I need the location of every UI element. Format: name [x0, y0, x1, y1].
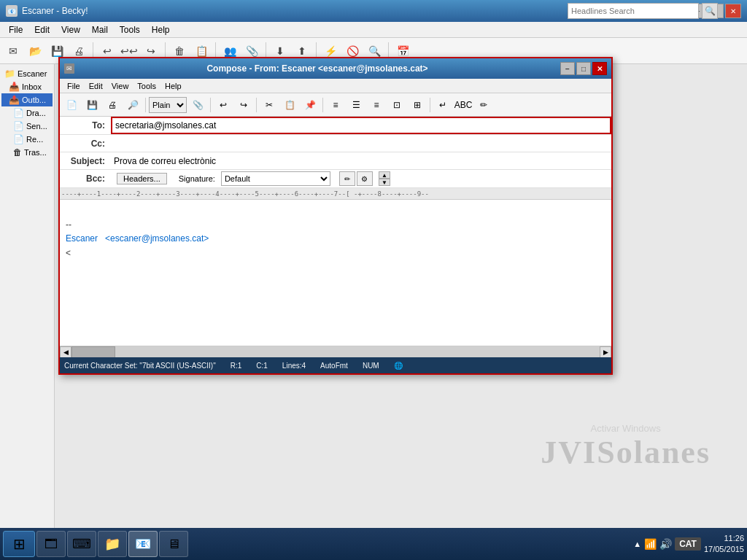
scroll-up-btn[interactable]: ▲	[379, 171, 390, 179]
to-label: To:	[60, 120, 111, 131]
search-input[interactable]	[568, 3, 699, 19]
sig-name-text: Escaner	[66, 233, 98, 244]
menu-edit[interactable]: Edit	[28, 23, 55, 36]
compose-insert-btn[interactable]: ↵	[433, 96, 452, 114]
compose-menu-view[interactable]: View	[107, 81, 133, 91]
h-scroll-left-btn[interactable]: ◀	[60, 346, 71, 358]
compose-align-right[interactable]: ≡	[367, 96, 386, 114]
compose-tool-1[interactable]: 📄	[62, 96, 81, 114]
compose-title-left: ✉	[64, 63, 74, 74]
menu-tools[interactable]: Tools	[114, 23, 146, 36]
signature-select[interactable]: Default	[221, 171, 330, 186]
body-sig-dashes: --	[66, 218, 605, 232]
compose-tool-4[interactable]: 🔎	[123, 96, 142, 114]
cat-badge[interactable]: CAT	[675, 537, 701, 551]
format-select[interactable]: Plain HTML	[149, 97, 187, 113]
subject-input[interactable]	[111, 154, 611, 168]
compose-format-2[interactable]: ⊞	[408, 96, 427, 114]
subject-row: Subject:	[60, 152, 611, 170]
c-sep-5	[430, 98, 430, 112]
search-bar: 🔍	[568, 3, 718, 19]
compose-num: NUM	[363, 362, 379, 370]
compose-attach-btn[interactable]: 📎	[188, 96, 207, 114]
sidebar-item-re[interactable]: 📄 Re...	[1, 133, 53, 146]
sig-settings-btn[interactable]: ⚙	[357, 171, 373, 186]
compose-col: C:1	[256, 362, 268, 370]
compose-redo-btn[interactable]: ↪	[234, 96, 253, 114]
bcc-row: Bcc: Headers... Signature: Default ✏ ⚙ ▲…	[60, 170, 611, 188]
cc-row: Cc:	[60, 135, 611, 152]
h-scroll-track[interactable]	[71, 346, 600, 358]
compose-undo-btn[interactable]: ↩	[214, 96, 233, 114]
compose-menu-edit[interactable]: Edit	[85, 81, 107, 91]
compose-menu: File Edit View Tools Help	[60, 79, 611, 93]
taskbar-extra[interactable]: 🖥	[159, 531, 188, 557]
sidebar-item-inbox[interactable]: 📥 Inbox	[1, 80, 53, 93]
h-scroll-right-btn[interactable]: ▶	[600, 346, 611, 358]
c-sep-1	[145, 98, 146, 112]
compose-minimize-btn[interactable]: −	[560, 62, 575, 75]
new-mail-btn[interactable]: ✉	[3, 41, 23, 61]
taskbar-email[interactable]: 📧	[128, 531, 158, 557]
re-icon: 📄	[13, 134, 24, 144]
sidebar-item-outbox[interactable]: 📤 Outb...	[1, 93, 53, 106]
subject-label: Subject:	[60, 156, 111, 166]
sidebar-label-sent: Sen...	[26, 122, 47, 131]
body-content: -- Escaner <escaner@jmsolanes.cat> <	[66, 204, 605, 260]
sidebar-label-escaner: Escaner	[18, 69, 47, 78]
tray-arrow[interactable]: ▲	[633, 540, 641, 548]
taskbar-file-manager[interactable]: 🗔	[36, 531, 66, 557]
taskbar-explorer[interactable]: 📁	[98, 531, 127, 557]
sidebar-label-trash: Tras...	[24, 148, 47, 157]
app-icon: 📧	[6, 5, 18, 17]
taskbar-terminal[interactable]: ⌨	[67, 531, 96, 557]
c-sep-4	[322, 98, 323, 112]
sidebar-item-escaner[interactable]: 📁 Escaner	[1, 67, 53, 80]
c-sep-2	[210, 98, 211, 112]
watermark-area: Activar Windows JVISolanes	[541, 423, 711, 471]
compose-format-1[interactable]: ⊡	[387, 96, 406, 114]
sidebar-item-sent[interactable]: 📄 Sen...	[1, 120, 53, 133]
sidebar-item-trash[interactable]: 🗑 Tras...	[1, 146, 53, 159]
compose-cut-btn[interactable]: ✂	[260, 96, 279, 114]
compose-h-scrollbar: ◀ ▶	[60, 346, 611, 357]
close-button[interactable]: ✕	[725, 4, 741, 18]
search-button[interactable]: 🔍	[702, 3, 718, 19]
title-bar-left: 📧 Escaner - Becky!	[6, 5, 88, 17]
compose-paste-btn[interactable]: 📌	[301, 96, 320, 114]
compose-sign-btn[interactable]: ✏	[474, 96, 493, 114]
sidebar: 📁 Escaner 📥 Inbox 📤 Outb... 📄 Dra... 📄 S…	[0, 64, 55, 544]
compose-align-center[interactable]: ☰	[347, 96, 365, 114]
sig-icons: ✏ ⚙	[339, 171, 373, 186]
drafts-icon: 📄	[13, 108, 24, 118]
compose-title-bar: ✉ Compose - From: Escaner <escaner@jmsol…	[60, 58, 611, 79]
compose-body[interactable]: -- Escaner <escaner@jmsolanes.cat> <	[60, 200, 611, 346]
headers-button[interactable]: Headers...	[117, 173, 167, 184]
inbox-icon: 📥	[9, 82, 20, 92]
compose-lines: Lines:4	[282, 362, 306, 370]
body-sig-line: Escaner <escaner@jmsolanes.cat>	[66, 232, 605, 246]
compose-spell-btn[interactable]: ABC	[454, 96, 473, 114]
start-button[interactable]: ⊞	[3, 531, 35, 557]
compose-maximize-btn[interactable]: □	[576, 62, 591, 75]
menu-mail[interactable]: Mail	[86, 23, 114, 36]
scroll-arrows: ▲ ▼	[379, 171, 390, 186]
compose-close-btn[interactable]: ✕	[592, 62, 607, 75]
compose-align-left[interactable]: ≡	[326, 96, 345, 114]
scroll-down-btn[interactable]: ▼	[379, 179, 390, 186]
cc-input[interactable]	[111, 136, 611, 151]
h-scroll-thumb[interactable]	[71, 346, 115, 358]
menu-help[interactable]: Help	[146, 23, 176, 36]
sidebar-item-drafts[interactable]: 📄 Dra...	[1, 106, 53, 120]
open-btn[interactable]: 📂	[25, 41, 45, 61]
sig-edit-btn[interactable]: ✏	[339, 171, 355, 186]
compose-menu-tools[interactable]: Tools	[133, 81, 160, 91]
menu-view[interactable]: View	[55, 23, 86, 36]
to-input[interactable]	[111, 117, 611, 134]
compose-menu-help[interactable]: Help	[160, 81, 186, 91]
compose-tool-2[interactable]: 💾	[82, 96, 101, 114]
menu-file[interactable]: File	[3, 23, 28, 36]
compose-copy-btn[interactable]: 📋	[280, 96, 299, 114]
compose-tool-3[interactable]: 🖨	[103, 96, 122, 114]
compose-menu-file[interactable]: File	[63, 81, 85, 91]
